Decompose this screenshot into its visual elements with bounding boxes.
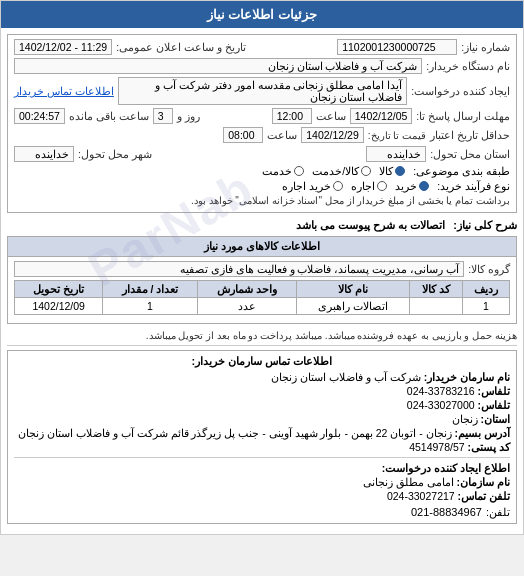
keywords-value: اتصالات به شرح پیوست می باشد — [296, 219, 445, 232]
org-row: نام سارمان خریدار: شرکت آب و فاضلاب استا… — [14, 371, 510, 383]
buyer-label: نام دستگاه خریدار: — [426, 60, 510, 72]
order-number-value: 1102001230000725 — [337, 39, 457, 55]
category-row: طبقه بندی موضوعی: کالا کالا/خدمت خدمت — [14, 165, 510, 177]
purchase-note: برداشت تمام یا بخشی از مبلغ خریدار از مح… — [14, 195, 510, 206]
request-label: ایجاد کننده درخواست: — [411, 85, 510, 97]
purchase-type-row: نوع فرآیند خرید: خرید اجاره خرید اجاره — [14, 180, 510, 192]
address-label: آدرس بسیم: — [455, 427, 510, 439]
radio-buy-circle — [419, 181, 429, 191]
send-time: 12:00 — [272, 108, 312, 124]
send-date: 1402/12/05 — [350, 108, 413, 124]
delivery-label: استان محل تحول: — [430, 148, 510, 160]
order-number-label: شماره نیاز: — [461, 41, 510, 53]
order-info-body: شماره نیاز: 1102001230000725 تاریخ و ساع… — [8, 35, 516, 212]
main-content: شماره نیاز: 1102001230000725 تاریخ و ساع… — [1, 28, 523, 534]
col-delivery: تاریخ تحویل — [15, 281, 103, 298]
order-info-section: شماره نیاز: 1102001230000725 تاریخ و ساع… — [7, 34, 517, 213]
creator-label: اطلاع ایجاد کننده درخواست: — [382, 462, 510, 474]
tel2-label: تلفاس: — [478, 399, 511, 411]
cell-row-num: 1 — [462, 298, 509, 315]
radio-kala-label: کالا — [379, 165, 393, 177]
credit-time: 08:00 — [223, 127, 263, 143]
cell-code — [409, 298, 462, 315]
cell-unit: عدد — [197, 298, 296, 315]
goods-group-row: گروه کالا: آب رسانی، مدیریت پسماند، فاضل… — [14, 261, 510, 277]
days-label: روز و — [177, 110, 200, 122]
address-row: آدرس بسیم: زنجان - اتوبان 22 بهمن - بلوا… — [14, 427, 510, 439]
tel1-label: تلفاس: — [478, 385, 511, 397]
credit-label: حداقل تاریخ اعتبار — [430, 129, 510, 141]
credit-sub: قیمت تا تاریخ: — [368, 130, 426, 141]
tel2-row: تلفاس: 33027000-024 — [14, 399, 510, 411]
delivery-value: خداینده — [366, 146, 426, 162]
col-unit: واحد شمارش — [197, 281, 296, 298]
province-label: استان: — [481, 413, 511, 425]
phone-label: تلفن: — [486, 506, 510, 519]
purchase-type-label: نوع فرآیند خرید: — [437, 180, 510, 192]
radio-buy-label: خرید — [395, 180, 417, 192]
delivery-row: استان محل تحول: خداینده شهر محل تحول: خد… — [14, 146, 510, 162]
creator-name-row: نام سازمان: امامی مطلق زنجانی — [14, 476, 510, 488]
radio-khedmat[interactable]: خدمت — [262, 165, 304, 177]
category-label: طبقه بندی موضوعی: — [413, 165, 510, 177]
org-label: نام سارمان خریدار: — [424, 371, 510, 383]
contact-link[interactable]: اطلاعات تماس خریدار — [14, 85, 114, 97]
cell-delivery: 1402/12/09 — [15, 298, 103, 315]
radio-buy[interactable]: خرید — [395, 180, 429, 192]
radio-rent[interactable]: اجاره — [351, 180, 387, 192]
credit-time-label: ساعت — [267, 129, 297, 141]
send-time-label: ساعت — [316, 110, 346, 122]
creator-name-label: نام سازمان: — [457, 476, 510, 488]
phone-value: 021-88834967 — [411, 506, 482, 519]
radio-buy-rent-circle — [333, 181, 343, 191]
radio-kala-khedmat-label: کالا/خدمت — [312, 165, 359, 177]
keywords-row: شرح کلی نیاز: اتصالات به شرح پیوست می با… — [7, 219, 517, 232]
page-header: جزئیات اطلاعات نیاز — [1, 1, 523, 28]
city-value: خداینده — [14, 146, 74, 162]
radio-kala-khedmat[interactable]: کالا/خدمت — [312, 165, 371, 177]
creator-name-value: امامی مطلق زنجانی — [363, 476, 454, 488]
province-value: زنجان — [452, 413, 478, 425]
phone-row: تلفن: 021-88834967 — [14, 506, 510, 519]
buyer-row: نام دستگاه خریدار: شرکت آب و فاضلاب استا… — [14, 58, 510, 74]
col-row-num: ردیف — [462, 281, 509, 298]
col-qty: تعداد / مقدار — [103, 281, 197, 298]
creator-tel-label: تلفن تماس: — [458, 490, 510, 502]
keywords-label: شرح کلی نیاز: — [453, 219, 517, 232]
city-label: شهر محل تحول: — [78, 148, 152, 160]
creator-tel-value: 33027217-024 — [387, 490, 455, 502]
contact-info-title: اطلاعات تماس سارمان خریدار: — [14, 355, 510, 368]
radio-buy-rent-label: خرید اجاره — [282, 180, 331, 192]
tel2-value: 33027000-024 — [407, 399, 475, 411]
date-time-value: 1402/12/02 - 11:29 — [14, 39, 112, 55]
creator-label-row: اطلاع ایجاد کننده درخواست: — [14, 462, 510, 474]
table-row: 1 اتصالات راهبری عدد 1 1402/12/09 — [15, 298, 510, 315]
radio-kala-circle — [395, 166, 405, 176]
postal-row: کد پستی: 4514978/57 — [14, 441, 510, 453]
col-code: کد کالا — [409, 281, 462, 298]
radio-kala[interactable]: کالا — [379, 165, 405, 177]
credit-date: 1402/12/29 — [301, 127, 364, 143]
send-deadline-label: مهلت ارسال پاسخ تا: — [416, 110, 510, 122]
province-row: استان: زنجان — [14, 413, 510, 425]
org-value: شرکت آب و فاضلاب استان زنجان — [271, 371, 421, 383]
cell-qty: 1 — [103, 298, 197, 315]
goods-info-body: گروه کالا: آب رسانی، مدیریت پسماند، فاضل… — [8, 257, 516, 323]
remaining-value: 00:24:57 — [14, 108, 65, 124]
date-time-label: تاریخ و ساعت اعلان عمومی: — [116, 41, 246, 53]
request-value: آیدا امامی مطلق زنجانی مقدسه امور دفتر ش… — [118, 77, 407, 105]
buyer-value: شرکت آب و فاضلاب استان زنجان — [14, 58, 422, 74]
radio-khedmat-label: خدمت — [262, 165, 292, 177]
goods-table: ردیف کد کالا نام کالا واحد شمارش تعداد /… — [14, 280, 510, 315]
goods-info-title: اطلاعات کالاهای مورد نیاز — [8, 237, 516, 257]
creator-tel-row: تلفن تماس: 33027217-024 — [14, 490, 510, 502]
postal-value: 4514978/57 — [409, 441, 464, 453]
page-wrapper: ParNab جزئیات اطلاعات نیاز شماره نیاز: 1… — [0, 0, 524, 535]
order-number-row: شماره نیاز: 1102001230000725 تاریخ و ساع… — [14, 39, 510, 55]
request-row: ایجاد کننده درخواست: آیدا امامی مطلق زنج… — [14, 77, 510, 105]
tel1-value: 33783216-024 — [407, 385, 475, 397]
radio-kala-khedmat-circle — [361, 166, 371, 176]
divider-2 — [14, 457, 510, 458]
radio-buy-rent[interactable]: خرید اجاره — [282, 180, 343, 192]
radio-khedmat-circle — [294, 166, 304, 176]
